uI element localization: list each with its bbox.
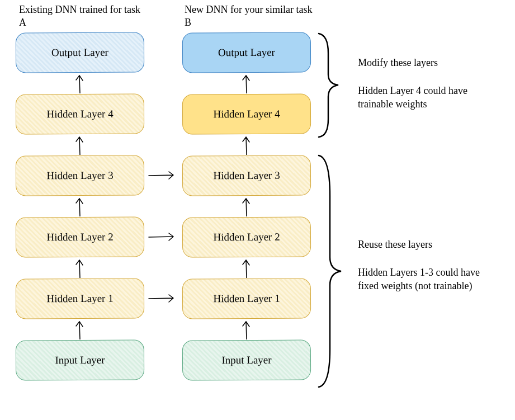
layer-a-hidden4: Hidden Layer 4 (16, 93, 144, 134)
arrow-up-icon (72, 257, 88, 278)
annotation-modify: Modify these layers (358, 56, 486, 69)
arrow-right-icon (148, 169, 177, 182)
layer-a-output: Output Layer (16, 32, 144, 73)
brace-icon (316, 151, 347, 391)
arrow-up-icon (238, 134, 255, 155)
arrow-up-icon (72, 195, 88, 216)
arrow-up-icon (238, 318, 255, 339)
arrow-up-icon (72, 72, 88, 93)
layer-b-input: Input Layer (182, 339, 311, 380)
layer-a-hidden3: Hidden Layer 3 (16, 155, 144, 196)
layer-a-input: Input Layer (16, 339, 144, 380)
layer-b-output: Output Layer (182, 32, 311, 73)
layer-a-hidden1: Hidden Layer 1 (16, 278, 144, 319)
layer-b-hidden4: Hidden Layer 4 (182, 93, 311, 134)
arrow-up-icon (238, 195, 255, 216)
layer-b-hidden2: Hidden Layer 2 (182, 216, 311, 257)
arrow-up-icon (238, 257, 255, 278)
arrow-up-icon (72, 134, 88, 155)
layer-b-hidden1: Hidden Layer 1 (182, 278, 311, 319)
arrow-right-icon (148, 230, 177, 244)
title-task-b: New DNN for your similar task B (185, 3, 319, 30)
layer-b-hidden3: Hidden Layer 3 (182, 155, 311, 196)
brace-icon (316, 31, 344, 140)
arrow-up-icon (238, 72, 255, 93)
annotation-reuse: Reuse these layers (358, 238, 486, 251)
annotation-fixed: Hidden Layers 1-3 could have fixed weigh… (358, 266, 486, 293)
annotation-trainable: Hidden Layer 4 could have trainable weig… (358, 84, 486, 111)
layer-a-hidden2: Hidden Layer 2 (16, 216, 144, 257)
arrow-right-icon (148, 292, 177, 305)
arrow-up-icon (72, 318, 88, 339)
title-task-a: Existing DNN trained for task A (19, 3, 142, 30)
